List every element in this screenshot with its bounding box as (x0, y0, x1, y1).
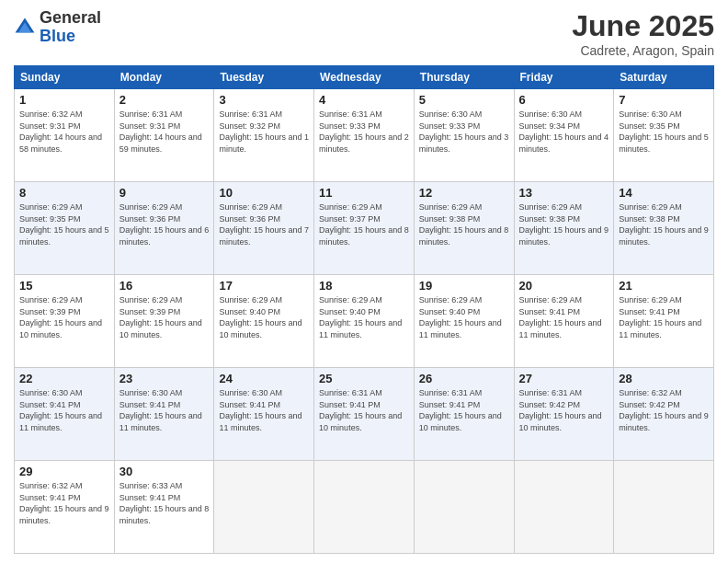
day-number: 9 (119, 186, 210, 200)
day-number: 8 (19, 186, 109, 200)
day-number: 23 (119, 372, 210, 385)
day-number: 14 (619, 186, 709, 200)
col-saturday: Saturday (614, 66, 714, 89)
day-info: Sunrise: 6:30 AMSunset: 9:41 PMDaylight:… (219, 387, 309, 433)
table-row: 12Sunrise: 6:29 AMSunset: 9:38 PMDayligh… (414, 182, 514, 275)
day-number: 22 (19, 372, 109, 385)
table-row: 15Sunrise: 6:29 AMSunset: 9:39 PMDayligh… (15, 275, 115, 368)
day-info: Sunrise: 6:29 AMSunset: 9:40 PMDaylight:… (419, 294, 509, 340)
table-row: 21Sunrise: 6:29 AMSunset: 9:41 PMDayligh… (614, 275, 714, 368)
day-info: Sunrise: 6:29 AMSunset: 9:36 PMDaylight:… (119, 201, 210, 247)
table-row: 16Sunrise: 6:29 AMSunset: 9:39 PMDayligh… (114, 275, 214, 368)
col-tuesday: Tuesday (214, 66, 314, 89)
day-info: Sunrise: 6:29 AMSunset: 9:37 PMDaylight:… (319, 201, 409, 247)
header: General Blue June 2025 Cadrete, Aragon, … (14, 9, 714, 58)
day-info: Sunrise: 6:31 AMSunset: 9:41 PMDaylight:… (319, 387, 409, 433)
day-info: Sunrise: 6:29 AMSunset: 9:39 PMDaylight:… (119, 294, 210, 340)
table-row (214, 461, 314, 554)
day-info: Sunrise: 6:31 AMSunset: 9:31 PMDaylight:… (119, 109, 210, 155)
day-number: 20 (519, 279, 609, 293)
table-row: 2Sunrise: 6:31 AMSunset: 9:31 PMDaylight… (114, 89, 214, 182)
table-row: 29Sunrise: 6:32 AMSunset: 9:41 PMDayligh… (15, 461, 115, 554)
table-row: 17Sunrise: 6:29 AMSunset: 9:40 PMDayligh… (214, 275, 314, 368)
title-block: June 2025 Cadrete, Aragon, Spain (572, 9, 714, 58)
calendar-header-row: Sunday Monday Tuesday Wednesday Thursday… (15, 66, 714, 89)
col-friday: Friday (514, 66, 614, 89)
day-info: Sunrise: 6:32 AMSunset: 9:41 PMDaylight:… (19, 480, 109, 526)
table-row: 24Sunrise: 6:30 AMSunset: 9:41 PMDayligh… (214, 368, 314, 461)
table-row (414, 461, 514, 554)
day-info: Sunrise: 6:29 AMSunset: 9:38 PMDaylight:… (619, 201, 709, 247)
table-row: 26Sunrise: 6:31 AMSunset: 9:41 PMDayligh… (414, 368, 514, 461)
table-row: 27Sunrise: 6:31 AMSunset: 9:42 PMDayligh… (514, 368, 614, 461)
day-number: 26 (419, 372, 509, 385)
table-row: 11Sunrise: 6:29 AMSunset: 9:37 PMDayligh… (314, 182, 415, 275)
day-number: 30 (119, 465, 210, 478)
day-number: 4 (319, 93, 409, 107)
table-row: 13Sunrise: 6:29 AMSunset: 9:38 PMDayligh… (514, 182, 614, 275)
table-row: 7Sunrise: 6:30 AMSunset: 9:35 PMDaylight… (614, 89, 714, 182)
day-info: Sunrise: 6:31 AMSunset: 9:41 PMDaylight:… (419, 387, 509, 433)
day-info: Sunrise: 6:29 AMSunset: 9:38 PMDaylight:… (519, 201, 609, 247)
day-info: Sunrise: 6:29 AMSunset: 9:35 PMDaylight:… (19, 201, 109, 247)
table-row: 30Sunrise: 6:33 AMSunset: 9:41 PMDayligh… (114, 461, 214, 554)
day-number: 18 (319, 279, 409, 293)
table-row (614, 461, 714, 554)
col-monday: Monday (114, 66, 214, 89)
calendar-row: 1Sunrise: 6:32 AMSunset: 9:31 PMDaylight… (15, 89, 714, 182)
table-row: 18Sunrise: 6:29 AMSunset: 9:40 PMDayligh… (314, 275, 415, 368)
day-number: 13 (519, 186, 609, 200)
table-row (514, 461, 614, 554)
day-number: 29 (19, 465, 109, 478)
table-row: 23Sunrise: 6:30 AMSunset: 9:41 PMDayligh… (114, 368, 214, 461)
table-row (314, 461, 415, 554)
day-number: 10 (219, 186, 309, 200)
day-info: Sunrise: 6:32 AMSunset: 9:42 PMDaylight:… (619, 387, 709, 433)
day-info: Sunrise: 6:30 AMSunset: 9:35 PMDaylight:… (619, 109, 709, 155)
day-number: 7 (619, 93, 709, 107)
table-row: 4Sunrise: 6:31 AMSunset: 9:33 PMDaylight… (314, 89, 415, 182)
logo-text: General Blue (40, 9, 101, 46)
day-info: Sunrise: 6:31 AMSunset: 9:32 PMDaylight:… (219, 109, 309, 155)
day-info: Sunrise: 6:30 AMSunset: 9:41 PMDaylight:… (19, 387, 109, 433)
table-row: 9Sunrise: 6:29 AMSunset: 9:36 PMDaylight… (114, 182, 214, 275)
day-info: Sunrise: 6:31 AMSunset: 9:42 PMDaylight:… (519, 387, 609, 433)
calendar-row: 15Sunrise: 6:29 AMSunset: 9:39 PMDayligh… (15, 275, 714, 368)
table-row: 1Sunrise: 6:32 AMSunset: 9:31 PMDaylight… (15, 89, 115, 182)
day-number: 3 (219, 93, 309, 107)
day-info: Sunrise: 6:30 AMSunset: 9:41 PMDaylight:… (119, 387, 210, 433)
col-sunday: Sunday (15, 66, 115, 89)
table-row: 10Sunrise: 6:29 AMSunset: 9:36 PMDayligh… (214, 182, 314, 275)
day-number: 2 (119, 93, 210, 107)
table-row: 3Sunrise: 6:31 AMSunset: 9:32 PMDaylight… (214, 89, 314, 182)
calendar: Sunday Monday Tuesday Wednesday Thursday… (14, 65, 714, 554)
day-info: Sunrise: 6:32 AMSunset: 9:31 PMDaylight:… (19, 109, 109, 155)
table-row: 19Sunrise: 6:29 AMSunset: 9:40 PMDayligh… (414, 275, 514, 368)
table-row: 28Sunrise: 6:32 AMSunset: 9:42 PMDayligh… (614, 368, 714, 461)
logo-blue: Blue (40, 28, 101, 46)
table-row: 8Sunrise: 6:29 AMSunset: 9:35 PMDaylight… (15, 182, 115, 275)
day-info: Sunrise: 6:31 AMSunset: 9:33 PMDaylight:… (319, 109, 409, 155)
logo-general: General (40, 9, 101, 28)
day-number: 16 (119, 279, 210, 293)
page: General Blue June 2025 Cadrete, Aragon, … (0, 0, 728, 563)
day-number: 24 (219, 372, 309, 385)
day-number: 15 (19, 279, 109, 293)
table-row: 14Sunrise: 6:29 AMSunset: 9:38 PMDayligh… (614, 182, 714, 275)
logo: General Blue (14, 9, 101, 46)
day-info: Sunrise: 6:29 AMSunset: 9:40 PMDaylight:… (319, 294, 409, 340)
day-info: Sunrise: 6:30 AMSunset: 9:33 PMDaylight:… (419, 109, 509, 155)
day-info: Sunrise: 6:29 AMSunset: 9:40 PMDaylight:… (219, 294, 309, 340)
day-number: 25 (319, 372, 409, 385)
calendar-row: 22Sunrise: 6:30 AMSunset: 9:41 PMDayligh… (15, 368, 714, 461)
month-title: June 2025 (572, 9, 714, 43)
day-info: Sunrise: 6:30 AMSunset: 9:34 PMDaylight:… (519, 109, 609, 155)
day-info: Sunrise: 6:33 AMSunset: 9:41 PMDaylight:… (119, 480, 210, 526)
day-number: 6 (519, 93, 609, 107)
day-info: Sunrise: 6:29 AMSunset: 9:38 PMDaylight:… (419, 201, 509, 247)
day-number: 11 (319, 186, 409, 200)
day-info: Sunrise: 6:29 AMSunset: 9:41 PMDaylight:… (619, 294, 709, 340)
day-number: 19 (419, 279, 509, 293)
day-number: 1 (19, 93, 109, 107)
col-wednesday: Wednesday (314, 66, 415, 89)
